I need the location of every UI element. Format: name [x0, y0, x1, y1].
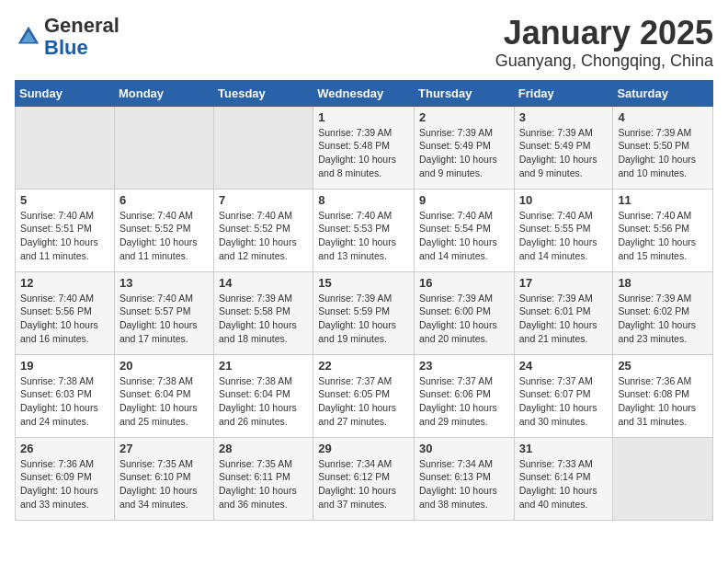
calendar-cell: 8Sunrise: 7:40 AMSunset: 5:53 PMDaylight… — [313, 189, 415, 271]
calendar-cell: 31Sunrise: 7:33 AMSunset: 6:14 PMDayligh… — [514, 437, 613, 520]
day-number: 5 — [20, 193, 109, 207]
calendar-subtitle: Guanyang, Chongqing, China — [495, 52, 713, 71]
calendar-cell — [114, 106, 213, 189]
day-number: 7 — [219, 193, 308, 207]
day-info: Sunrise: 7:34 AMSunset: 6:13 PMDaylight:… — [419, 457, 509, 511]
calendar-cell: 18Sunrise: 7:39 AMSunset: 6:02 PMDayligh… — [613, 271, 713, 354]
day-info: Sunrise: 7:36 AMSunset: 6:08 PMDaylight:… — [618, 374, 708, 429]
calendar-cell: 25Sunrise: 7:36 AMSunset: 6:08 PMDayligh… — [613, 354, 713, 437]
calendar-cell: 20Sunrise: 7:38 AMSunset: 6:04 PMDayligh… — [114, 354, 213, 437]
logo-blue-text: Blue — [44, 36, 88, 59]
day-number: 15 — [318, 276, 409, 290]
day-header-sunday: Sunday — [16, 80, 115, 106]
day-number: 21 — [219, 359, 308, 373]
calendar-cell: 6Sunrise: 7:40 AMSunset: 5:52 PMDaylight… — [114, 189, 213, 271]
calendar-cell: 14Sunrise: 7:39 AMSunset: 5:58 PMDayligh… — [214, 271, 313, 354]
day-number: 29 — [318, 442, 409, 455]
day-info: Sunrise: 7:40 AMSunset: 5:53 PMDaylight:… — [318, 209, 409, 263]
day-info: Sunrise: 7:37 AMSunset: 6:07 PMDaylight:… — [519, 374, 609, 429]
calendar-cell: 11Sunrise: 7:40 AMSunset: 5:56 PMDayligh… — [613, 189, 713, 271]
day-info: Sunrise: 7:39 AMSunset: 5:59 PMDaylight:… — [318, 292, 409, 346]
calendar-cell: 3Sunrise: 7:39 AMSunset: 5:49 PMDaylight… — [514, 106, 613, 189]
day-number: 30 — [419, 442, 509, 455]
calendar-cell: 5Sunrise: 7:40 AMSunset: 5:51 PMDaylight… — [16, 189, 115, 271]
calendar-cell: 24Sunrise: 7:37 AMSunset: 6:07 PMDayligh… — [514, 354, 613, 437]
day-number: 26 — [20, 442, 109, 455]
day-number: 8 — [318, 193, 409, 207]
day-header-wednesday: Wednesday — [313, 80, 415, 106]
day-number: 22 — [318, 359, 409, 373]
calendar-cell: 21Sunrise: 7:38 AMSunset: 6:04 PMDayligh… — [214, 354, 313, 437]
day-info: Sunrise: 7:39 AMSunset: 5:58 PMDaylight:… — [219, 292, 308, 346]
day-header-row: SundayMondayTuesdayWednesdayThursdayFrid… — [16, 80, 713, 106]
day-info: Sunrise: 7:40 AMSunset: 5:54 PMDaylight:… — [419, 209, 509, 263]
day-info: Sunrise: 7:40 AMSunset: 5:56 PMDaylight:… — [618, 209, 708, 263]
calendar-cell: 1Sunrise: 7:39 AMSunset: 5:48 PMDaylight… — [313, 106, 415, 189]
day-number: 4 — [618, 110, 708, 124]
day-number: 14 — [219, 276, 308, 290]
day-info: Sunrise: 7:37 AMSunset: 6:05 PMDaylight:… — [318, 374, 409, 429]
day-header-thursday: Thursday — [415, 80, 515, 106]
week-row-3: 12Sunrise: 7:40 AMSunset: 5:56 PMDayligh… — [16, 271, 713, 354]
day-info: Sunrise: 7:36 AMSunset: 6:09 PMDaylight:… — [20, 457, 109, 511]
day-number: 28 — [219, 442, 308, 455]
calendar-cell: 10Sunrise: 7:40 AMSunset: 5:55 PMDayligh… — [514, 189, 613, 271]
day-number: 2 — [419, 110, 509, 124]
day-number: 31 — [519, 442, 609, 455]
week-row-5: 26Sunrise: 7:36 AMSunset: 6:09 PMDayligh… — [16, 437, 713, 520]
calendar-cell: 29Sunrise: 7:34 AMSunset: 6:12 PMDayligh… — [313, 437, 415, 520]
day-number: 18 — [618, 276, 708, 290]
logo: General Blue — [15, 15, 119, 59]
day-number: 10 — [519, 193, 609, 207]
calendar-table: SundayMondayTuesdayWednesdayThursdayFrid… — [15, 80, 713, 521]
calendar-cell: 4Sunrise: 7:39 AMSunset: 5:50 PMDaylight… — [613, 106, 713, 189]
day-info: Sunrise: 7:38 AMSunset: 6:03 PMDaylight:… — [20, 374, 109, 429]
day-number: 16 — [419, 276, 509, 290]
day-info: Sunrise: 7:39 AMSunset: 5:49 PMDaylight:… — [419, 126, 509, 180]
day-info: Sunrise: 7:33 AMSunset: 6:14 PMDaylight:… — [519, 457, 609, 511]
day-info: Sunrise: 7:38 AMSunset: 6:04 PMDaylight:… — [119, 374, 209, 429]
calendar-cell: 27Sunrise: 7:35 AMSunset: 6:10 PMDayligh… — [114, 437, 213, 520]
day-info: Sunrise: 7:40 AMSunset: 5:57 PMDaylight:… — [119, 292, 209, 346]
day-number: 27 — [119, 442, 209, 455]
logo-icon — [15, 23, 42, 51]
day-header-monday: Monday — [114, 80, 213, 106]
day-info: Sunrise: 7:39 AMSunset: 6:01 PMDaylight:… — [519, 292, 609, 346]
day-header-saturday: Saturday — [613, 80, 713, 106]
day-number: 6 — [119, 193, 209, 207]
day-info: Sunrise: 7:37 AMSunset: 6:06 PMDaylight:… — [419, 374, 509, 429]
calendar-cell: 28Sunrise: 7:35 AMSunset: 6:11 PMDayligh… — [214, 437, 313, 520]
day-number: 24 — [519, 359, 609, 373]
day-info: Sunrise: 7:35 AMSunset: 6:11 PMDaylight:… — [219, 457, 308, 511]
calendar-cell: 12Sunrise: 7:40 AMSunset: 5:56 PMDayligh… — [16, 271, 115, 354]
day-number: 20 — [119, 359, 209, 373]
calendar-cell: 13Sunrise: 7:40 AMSunset: 5:57 PMDayligh… — [114, 271, 213, 354]
logo-general-text: General — [44, 14, 119, 37]
calendar-cell: 30Sunrise: 7:34 AMSunset: 6:13 PMDayligh… — [415, 437, 515, 520]
day-number: 25 — [618, 359, 708, 373]
week-row-1: 1Sunrise: 7:39 AMSunset: 5:48 PMDaylight… — [16, 106, 713, 189]
day-info: Sunrise: 7:40 AMSunset: 5:52 PMDaylight:… — [219, 209, 308, 263]
day-info: Sunrise: 7:40 AMSunset: 5:56 PMDaylight:… — [20, 292, 109, 346]
day-header-tuesday: Tuesday — [214, 80, 313, 106]
day-number: 13 — [119, 276, 209, 290]
day-number: 23 — [419, 359, 509, 373]
calendar-cell — [16, 106, 115, 189]
day-info: Sunrise: 7:40 AMSunset: 5:51 PMDaylight:… — [20, 209, 109, 263]
day-number: 3 — [519, 110, 609, 124]
day-number: 11 — [618, 193, 708, 207]
day-info: Sunrise: 7:34 AMSunset: 6:12 PMDaylight:… — [318, 457, 409, 511]
calendar-cell: 2Sunrise: 7:39 AMSunset: 5:49 PMDaylight… — [415, 106, 515, 189]
calendar-cell — [214, 106, 313, 189]
day-number: 17 — [519, 276, 609, 290]
day-info: Sunrise: 7:35 AMSunset: 6:10 PMDaylight:… — [119, 457, 209, 511]
calendar-cell: 15Sunrise: 7:39 AMSunset: 5:59 PMDayligh… — [313, 271, 415, 354]
day-info: Sunrise: 7:38 AMSunset: 6:04 PMDaylight:… — [219, 374, 308, 429]
calendar-cell: 16Sunrise: 7:39 AMSunset: 6:00 PMDayligh… — [415, 271, 515, 354]
day-info: Sunrise: 7:40 AMSunset: 5:55 PMDaylight:… — [519, 209, 609, 263]
day-number: 1 — [318, 110, 409, 124]
week-row-4: 19Sunrise: 7:38 AMSunset: 6:03 PMDayligh… — [16, 354, 713, 437]
calendar-cell: 19Sunrise: 7:38 AMSunset: 6:03 PMDayligh… — [16, 354, 115, 437]
title-block: January 2025 Guanyang, Chongqing, China — [495, 15, 713, 71]
page-header: General Blue January 2025 Guanyang, Chon… — [15, 15, 713, 71]
